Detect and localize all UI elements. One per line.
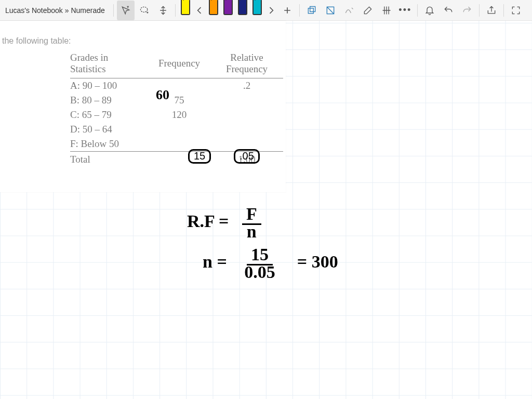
highlighter-orange[interactable] [207, 1, 220, 20]
pan-vertical-icon[interactable] [154, 1, 172, 20]
canvas[interactable]: the following table: Grades inStatistics… [0, 21, 532, 399]
svg-rect-2 [310, 6, 315, 11]
handwritten-freq-a: 60 [156, 87, 169, 103]
more-icon[interactable]: ••• [396, 1, 414, 20]
separator [503, 4, 504, 17]
col-frequency-header: Frequency [145, 58, 213, 69]
chevron-right-icon[interactable] [265, 1, 277, 20]
plus-icon[interactable] [278, 1, 296, 20]
separator [175, 4, 176, 17]
separator [113, 4, 114, 17]
highlighter-navy[interactable] [236, 1, 249, 20]
highlighter-purple[interactable] [221, 1, 235, 20]
svg-point-0 [140, 7, 147, 12]
col-grades-header: Grades inStatistics [70, 52, 145, 75]
ink-recognize-icon[interactable] [340, 1, 358, 20]
highlighter-cyan[interactable] [250, 1, 264, 20]
ruler-grid-icon[interactable] [378, 1, 395, 20]
table-row: B: 80 – 8975 [70, 93, 283, 108]
problem-slide: the following table: Grades inStatistics… [0, 21, 286, 192]
circled-relfreq-f: .05 [234, 149, 260, 164]
chevron-left-icon[interactable] [193, 1, 206, 20]
circled-freq-f: 15 [188, 149, 211, 164]
fullscreen-icon[interactable] [507, 1, 525, 20]
col-relfreq-header: RelativeFrequency [213, 52, 281, 75]
table-row: C: 65 – 79120 [70, 108, 283, 122]
share-icon[interactable] [483, 1, 500, 20]
highlighter-yellow[interactable] [179, 1, 192, 20]
toolbar: Lucas's Notebook » Numerade ••• [0, 0, 532, 21]
handwritten-work: R.F = F n n = 15 0.05 = 300 [187, 205, 338, 281]
prompt-text: the following table: [0, 21, 286, 46]
notebook-title: Lucas's Notebook » Numerade [3, 6, 110, 15]
separator [479, 4, 480, 17]
table-row: A: 90 – 100.2 [70, 78, 283, 93]
table-row: D: 50 – 64 [70, 122, 283, 137]
work-n-label: n = [203, 252, 227, 271]
work-result: = 300 [297, 252, 338, 271]
cursor-text-icon[interactable] [117, 1, 135, 20]
separator [299, 4, 300, 17]
separator [417, 4, 418, 17]
note-icon[interactable] [322, 1, 339, 20]
lasso-add-icon[interactable] [136, 1, 153, 20]
undo-icon[interactable] [440, 1, 457, 20]
svg-rect-1 [308, 8, 313, 13]
rect-stack-icon[interactable] [303, 1, 321, 20]
redo-icon[interactable] [458, 1, 476, 20]
work-rf-label: R.F = [187, 211, 229, 231]
bell-icon[interactable] [421, 1, 438, 20]
eraser-icon[interactable] [359, 1, 377, 20]
